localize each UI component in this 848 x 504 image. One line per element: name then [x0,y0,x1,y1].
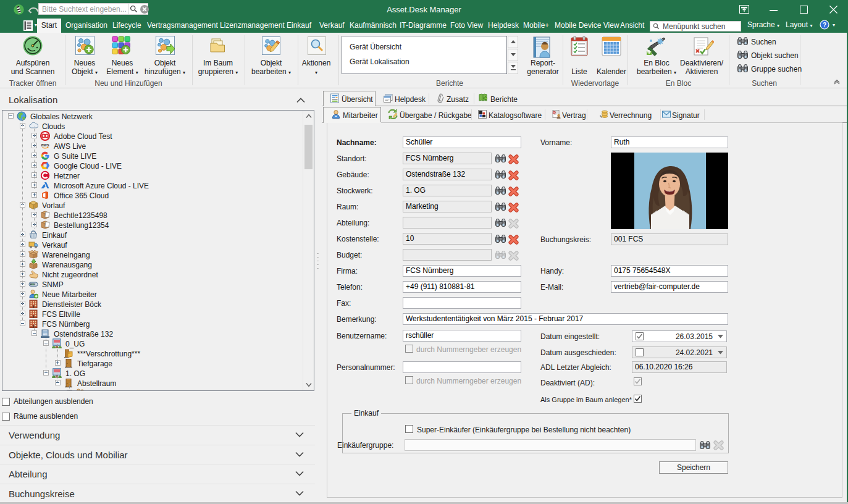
svg-text:?: ? [823,22,826,28]
